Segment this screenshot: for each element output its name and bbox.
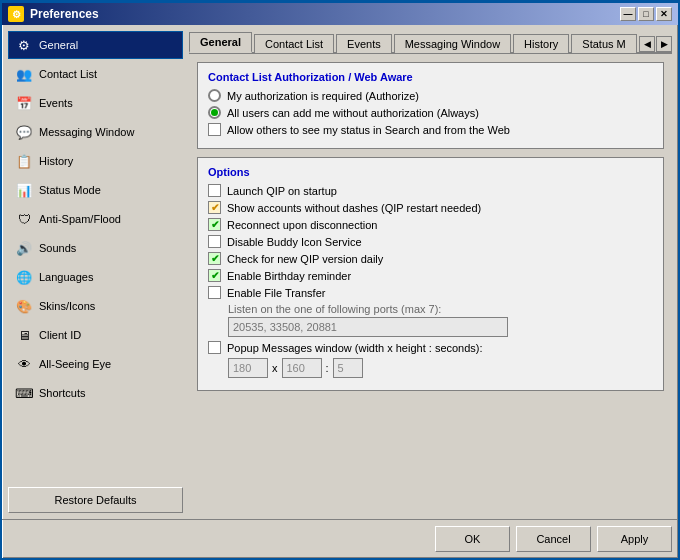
sidebar-label-contact-list: Contact List — [39, 68, 97, 80]
reconnect-row: ✔ Reconnect upon disconnection — [208, 218, 653, 231]
auth-search-checkbox[interactable] — [208, 123, 221, 136]
sidebar: ⚙ General 👥 Contact List 📅 Events 💬 Mess… — [8, 31, 183, 513]
sidebar-item-events[interactable]: 📅 Events — [8, 89, 183, 117]
popup-label: Popup Messages window (width x height : … — [227, 342, 483, 354]
no-dashes-row: ✔ Show accounts without dashes (QIP rest… — [208, 201, 653, 214]
sidebar-item-client-id[interactable]: 🖥 Client ID — [8, 321, 183, 349]
auth-required-label: My authorization is required (Authorize) — [227, 90, 419, 102]
history-icon: 📋 — [15, 152, 33, 170]
cancel-button[interactable]: Cancel — [516, 526, 591, 552]
sidebar-label-history: History — [39, 155, 73, 167]
auth-search-row: Allow others to see my status in Search … — [208, 123, 653, 136]
messaging-icon: 💬 — [15, 123, 33, 141]
window-title: Preferences — [30, 7, 614, 21]
languages-icon: 🌐 — [15, 268, 33, 286]
sidebar-item-contact-list[interactable]: 👥 Contact List — [8, 60, 183, 88]
sidebar-item-status-mode[interactable]: 📊 Status Mode — [8, 176, 183, 204]
general-icon: ⚙ — [15, 36, 33, 54]
restore-defaults-button[interactable]: Restore Defaults — [8, 487, 183, 513]
sidebar-label-client-id: Client ID — [39, 329, 81, 341]
ports-input[interactable] — [228, 317, 508, 337]
check-version-label: Check for new QIP version daily — [227, 253, 383, 265]
client-id-icon: 🖥 — [15, 326, 33, 344]
auth-search-label: Allow others to see my status in Search … — [227, 124, 510, 136]
auth-required-row: My authorization is required (Authorize) — [208, 89, 653, 102]
popup-row: Popup Messages window (width x height : … — [208, 341, 653, 354]
popup-colon-label: : — [326, 362, 329, 374]
file-transfer-checkbox[interactable] — [208, 286, 221, 299]
skins-icon: 🎨 — [15, 297, 33, 315]
shortcuts-icon: ⌨ — [15, 384, 33, 402]
tabs-prev-button[interactable]: ◀ — [639, 36, 655, 52]
disable-buddy-label: Disable Buddy Icon Service — [227, 236, 362, 248]
disable-buddy-row: Disable Buddy Icon Service — [208, 235, 653, 248]
sidebar-item-shortcuts[interactable]: ⌨ Shortcuts — [8, 379, 183, 407]
auth-always-row: All users can add me without authorizati… — [208, 106, 653, 119]
popup-height-input[interactable] — [282, 358, 322, 378]
file-transfer-row: Enable File Transfer — [208, 286, 653, 299]
tab-messaging-window[interactable]: Messaging Window — [394, 34, 511, 53]
disable-buddy-checkbox[interactable] — [208, 235, 221, 248]
check-version-checkbox[interactable]: ✔ — [208, 252, 221, 265]
sidebar-label-status: Status Mode — [39, 184, 101, 196]
file-transfer-label: Enable File Transfer — [227, 287, 325, 299]
sidebar-label-anti-spam: Anti-Spam/Flood — [39, 213, 121, 225]
popup-width-input[interactable] — [228, 358, 268, 378]
check-version-row: ✔ Check for new QIP version daily — [208, 252, 653, 265]
sidebar-label-languages: Languages — [39, 271, 93, 283]
launch-qip-checkbox[interactable] — [208, 184, 221, 197]
auth-section: Contact List Authorization / Web Aware M… — [197, 62, 664, 149]
all-seeing-eye-icon: 👁 — [15, 355, 33, 373]
close-button[interactable]: ✕ — [656, 7, 672, 21]
birthday-label: Enable Birthday reminder — [227, 270, 351, 282]
no-dashes-checkbox[interactable]: ✔ — [208, 201, 221, 214]
auth-section-title: Contact List Authorization / Web Aware — [208, 71, 653, 83]
contact-list-icon: 👥 — [15, 65, 33, 83]
minimize-button[interactable]: — — [620, 7, 636, 21]
no-dashes-label: Show accounts without dashes (QIP restar… — [227, 202, 481, 214]
options-section-title: Options — [208, 166, 653, 178]
anti-spam-icon: 🛡 — [15, 210, 33, 228]
sidebar-label-all-seeing-eye: All-Seeing Eye — [39, 358, 111, 370]
tab-events[interactable]: Events — [336, 34, 392, 53]
sidebar-label-events: Events — [39, 97, 73, 109]
sidebar-label-shortcuts: Shortcuts — [39, 387, 85, 399]
titlebar-buttons: — □ ✕ — [620, 7, 672, 21]
popup-seconds-input[interactable] — [333, 358, 363, 378]
panel-content: Contact List Authorization / Web Aware M… — [189, 54, 672, 513]
sidebar-item-history[interactable]: 📋 History — [8, 147, 183, 175]
tab-status-m[interactable]: Status M — [571, 34, 636, 53]
apply-button[interactable]: Apply — [597, 526, 672, 552]
reconnect-checkbox[interactable]: ✔ — [208, 218, 221, 231]
popup-x-label: x — [272, 362, 278, 374]
sidebar-item-messaging-window[interactable]: 💬 Messaging Window — [8, 118, 183, 146]
tab-history[interactable]: History — [513, 34, 569, 53]
auth-required-radio[interactable] — [208, 89, 221, 102]
tab-general[interactable]: General — [189, 32, 252, 53]
launch-qip-row: Launch QIP on startup — [208, 184, 653, 197]
events-icon: 📅 — [15, 94, 33, 112]
tab-contact-list[interactable]: Contact List — [254, 34, 334, 53]
popup-checkbox[interactable] — [208, 341, 221, 354]
window-icon: ⚙ — [8, 6, 24, 22]
auth-always-radio[interactable] — [208, 106, 221, 119]
sidebar-bottom: Restore Defaults — [8, 481, 183, 513]
sidebar-item-general[interactable]: ⚙ General — [8, 31, 183, 59]
tabs-next-button[interactable]: ▶ — [656, 36, 672, 52]
sounds-icon: 🔊 — [15, 239, 33, 257]
sidebar-item-skins[interactable]: 🎨 Skins/Icons — [8, 292, 183, 320]
tabs-row: General Contact List Events Messaging Wi… — [189, 31, 672, 54]
tabs-nav: ◀ ▶ — [639, 36, 672, 52]
ok-button[interactable]: OK — [435, 526, 510, 552]
sidebar-label-general: General — [39, 39, 78, 51]
sidebar-item-anti-spam[interactable]: 🛡 Anti-Spam/Flood — [8, 205, 183, 233]
sidebar-label-skins: Skins/Icons — [39, 300, 95, 312]
sidebar-item-all-seeing-eye[interactable]: 👁 All-Seeing Eye — [8, 350, 183, 378]
radio-dot — [211, 109, 218, 116]
launch-qip-label: Launch QIP on startup — [227, 185, 337, 197]
birthday-checkbox[interactable]: ✔ — [208, 269, 221, 282]
maximize-button[interactable]: □ — [638, 7, 654, 21]
sidebar-item-sounds[interactable]: 🔊 Sounds — [8, 234, 183, 262]
sidebar-item-languages[interactable]: 🌐 Languages — [8, 263, 183, 291]
status-icon: 📊 — [15, 181, 33, 199]
